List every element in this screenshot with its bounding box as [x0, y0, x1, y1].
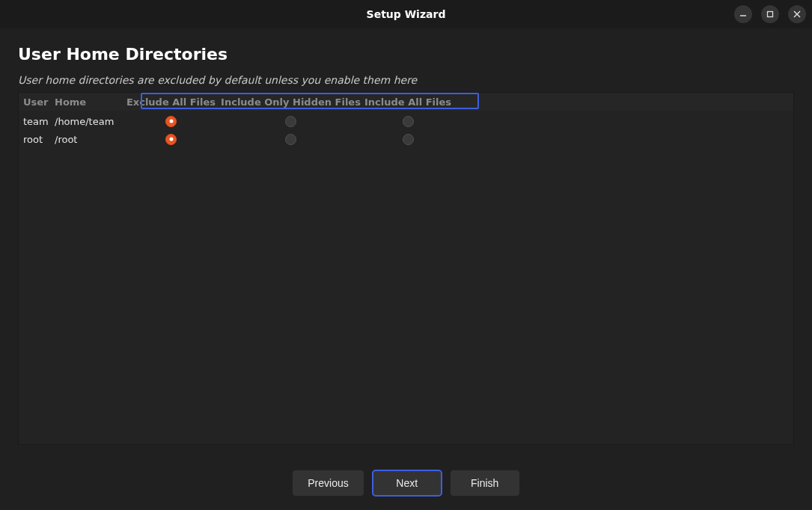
table-row: team/home/team	[19, 112, 793, 130]
hidden-radio[interactable]	[285, 134, 296, 145]
minimize-icon	[739, 10, 747, 18]
next-button[interactable]: Next	[372, 470, 442, 497]
close-icon	[793, 10, 801, 18]
cell-hidden	[220, 134, 361, 145]
maximize-button[interactable]	[761, 5, 779, 23]
table-body: team/home/teamroot/root	[19, 111, 793, 148]
table-row: root/root	[19, 130, 793, 148]
cell-hidden	[220, 116, 361, 127]
cell-user: team	[19, 116, 53, 127]
column-header-hidden[interactable]: Include Only Hidden Files	[220, 96, 361, 108]
svg-line-3	[794, 11, 800, 17]
window-controls	[734, 5, 806, 23]
cell-exclude	[122, 116, 220, 127]
exclude-radio[interactable]	[165, 116, 177, 127]
table-header: User Home Exclude All Files Include Only…	[19, 93, 793, 111]
column-header-include[interactable]: Include All Files	[361, 96, 454, 108]
cell-include	[361, 134, 454, 145]
page-subtitle: User home directories are excluded by de…	[18, 74, 794, 86]
maximize-icon	[766, 10, 774, 18]
exclude-radio[interactable]	[165, 134, 177, 145]
cell-home: /root	[53, 134, 122, 145]
previous-button[interactable]: Previous	[292, 470, 364, 497]
wizard-content: User Home Directories User home director…	[0, 28, 812, 445]
minimize-button[interactable]	[734, 5, 752, 23]
svg-line-2	[794, 11, 800, 17]
wizard-footer: Previous Next Finish	[0, 470, 812, 497]
page-title: User Home Directories	[18, 45, 794, 64]
include-radio[interactable]	[403, 134, 414, 145]
cell-exclude	[122, 134, 220, 145]
include-radio[interactable]	[403, 116, 414, 127]
column-header-exclude[interactable]: Exclude All Files	[122, 96, 220, 108]
close-button[interactable]	[788, 5, 806, 23]
setup-wizard-window: Setup Wizard User Home Directories User …	[0, 0, 812, 510]
column-header-home[interactable]: Home	[53, 96, 122, 108]
user-home-table: User Home Exclude All Files Include Only…	[18, 92, 794, 445]
window-title: Setup Wizard	[367, 8, 446, 20]
finish-button[interactable]: Finish	[450, 470, 520, 497]
hidden-radio[interactable]	[285, 116, 296, 127]
cell-user: root	[19, 134, 53, 145]
titlebar: Setup Wizard	[0, 0, 812, 28]
cell-home: /home/team	[53, 116, 122, 127]
column-header-user[interactable]: User	[19, 96, 53, 108]
svg-rect-1	[768, 12, 773, 17]
cell-include	[361, 116, 454, 127]
